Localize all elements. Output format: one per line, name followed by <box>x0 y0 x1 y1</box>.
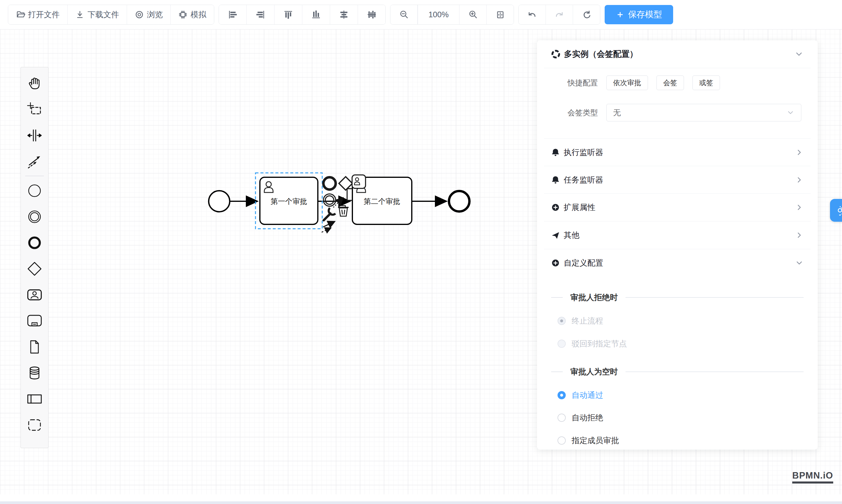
create-start-event[interactable] <box>21 178 48 203</box>
gear-icon <box>834 204 842 216</box>
lasso-tool-icon <box>27 102 42 117</box>
panel-title: 多实例（会签配置） <box>564 49 638 60</box>
align-top-button[interactable] <box>275 5 302 24</box>
append-user-task-icon[interactable] <box>352 175 366 188</box>
create-user-task[interactable] <box>21 282 48 308</box>
zoom-level: 100% <box>418 5 459 24</box>
align-center-horizontal-button[interactable] <box>330 5 358 24</box>
create-group[interactable] <box>21 412 48 438</box>
global-connect-tool[interactable] <box>21 148 48 174</box>
align-center-horizontal-icon <box>339 10 349 20</box>
end-event-icon <box>27 235 42 250</box>
refresh-button[interactable] <box>573 5 600 24</box>
create-data-store[interactable] <box>21 360 48 386</box>
sign-type-row: 会签类型 无 <box>551 104 804 121</box>
radio-return-to-node[interactable]: 驳回到指定节点 <box>558 337 804 350</box>
quick-config-row: 快捷配置 依次审批 会签 或签 <box>551 72 804 94</box>
hand-tool[interactable] <box>21 70 48 96</box>
user-task-1[interactable]: 第一个审批 <box>260 177 318 224</box>
refresh-icon <box>582 10 591 19</box>
align-left-button[interactable] <box>219 5 247 24</box>
reject-group-title: 审批人拒绝时 <box>551 291 804 304</box>
sign-type-value: 无 <box>613 108 621 118</box>
chevron-right-icon <box>795 176 804 184</box>
plus-icon <box>616 10 625 19</box>
append-intermediate-event-icon[interactable] <box>323 194 336 206</box>
align-top-icon <box>283 10 293 20</box>
settings-tab[interactable] <box>830 199 842 222</box>
align-left-icon <box>228 10 238 20</box>
wrench-icon[interactable] <box>324 208 335 220</box>
horizontal-scrollbar[interactable] <box>0 501 842 504</box>
undo-icon <box>527 10 537 19</box>
subprocess-icon <box>27 313 43 328</box>
preview-button[interactable]: 浏览 <box>127 5 171 24</box>
create-gateway[interactable] <box>21 256 48 282</box>
trash-icon[interactable] <box>338 205 349 216</box>
panel-header[interactable]: 多实例（会签配置） <box>544 40 811 68</box>
start-event[interactable] <box>209 191 230 212</box>
hand-tool-icon <box>27 76 42 91</box>
section-custom-config[interactable]: 自定义配置 <box>544 249 811 277</box>
bell-icon <box>551 176 560 184</box>
intermediate-event-icon <box>27 209 42 224</box>
simulate-button[interactable]: 模拟 <box>171 5 214 24</box>
history-button-group <box>518 5 600 24</box>
save-model-label: 保存模型 <box>628 9 662 20</box>
append-gateway-icon[interactable] <box>339 177 352 190</box>
append-end-event-icon[interactable] <box>323 177 336 190</box>
data-object-icon <box>27 339 42 355</box>
align-button-group <box>218 5 386 24</box>
quick-option-countersign[interactable]: 会签 <box>656 75 684 90</box>
zoom-in-icon <box>468 10 478 19</box>
palette <box>20 67 49 448</box>
fit-viewport-button[interactable] <box>487 5 514 24</box>
download-file-button[interactable]: 下载文件 <box>68 5 127 24</box>
section-task-listener[interactable]: 任务监听器 <box>544 166 811 194</box>
connect-icon[interactable] <box>322 221 335 232</box>
align-center-vertical-button[interactable] <box>358 5 385 24</box>
create-intermediate-event[interactable] <box>21 203 48 230</box>
radio-terminate-process[interactable]: 终止流程 <box>558 314 804 328</box>
save-model-button[interactable]: 保存模型 <box>604 5 673 24</box>
download-icon <box>75 10 85 19</box>
sign-type-select[interactable]: 无 <box>607 104 801 121</box>
bpmn-io-logo[interactable]: BPMN.iO <box>792 470 833 481</box>
task-label: 第二个审批 <box>364 197 400 205</box>
radio-auto-pass[interactable]: 自动通过 <box>558 389 804 402</box>
zoom-out-button[interactable] <box>390 5 418 24</box>
section-execution-listener[interactable]: 执行监听器 <box>544 138 811 166</box>
align-bottom-icon <box>311 10 321 20</box>
align-center-vertical-icon <box>367 10 377 20</box>
eye-icon <box>135 10 144 19</box>
chevron-down-icon <box>795 258 804 267</box>
open-file-button[interactable]: 打开文件 <box>8 5 68 24</box>
fit-viewport-icon <box>495 10 505 19</box>
user-task-icon <box>27 287 43 303</box>
radio-auto-reject[interactable]: 自动拒绝 <box>558 411 804 425</box>
undo-button[interactable] <box>519 5 546 24</box>
redo-icon <box>555 10 564 19</box>
align-right-button[interactable] <box>247 5 275 24</box>
quick-option-sequential[interactable]: 依次审批 <box>607 75 648 90</box>
text-annotation-icon[interactable] <box>334 189 352 207</box>
redo-button[interactable] <box>546 5 573 24</box>
file-button-group: 打开文件 下载文件 浏览 模拟 <box>8 5 214 24</box>
end-event[interactable] <box>449 191 470 212</box>
lasso-tool[interactable] <box>21 96 48 122</box>
space-tool[interactable] <box>21 122 48 148</box>
create-end-event[interactable] <box>21 230 48 256</box>
section-other[interactable]: 其他 <box>544 221 811 249</box>
align-bottom-button[interactable] <box>302 5 330 24</box>
chevron-right-icon <box>795 203 804 212</box>
open-file-label: 打开文件 <box>28 10 60 20</box>
create-subprocess[interactable] <box>21 308 48 334</box>
create-data-object[interactable] <box>21 334 48 360</box>
radio-assign-member[interactable]: 指定成员审批 <box>558 434 804 447</box>
zoom-in-button[interactable] <box>459 5 487 24</box>
create-participant[interactable] <box>21 386 48 412</box>
section-extended-properties[interactable]: 扩展属性 <box>544 193 811 221</box>
quick-option-orsign[interactable]: 或签 <box>692 75 720 90</box>
space-tool-icon <box>27 128 42 143</box>
bell-icon <box>551 148 560 157</box>
